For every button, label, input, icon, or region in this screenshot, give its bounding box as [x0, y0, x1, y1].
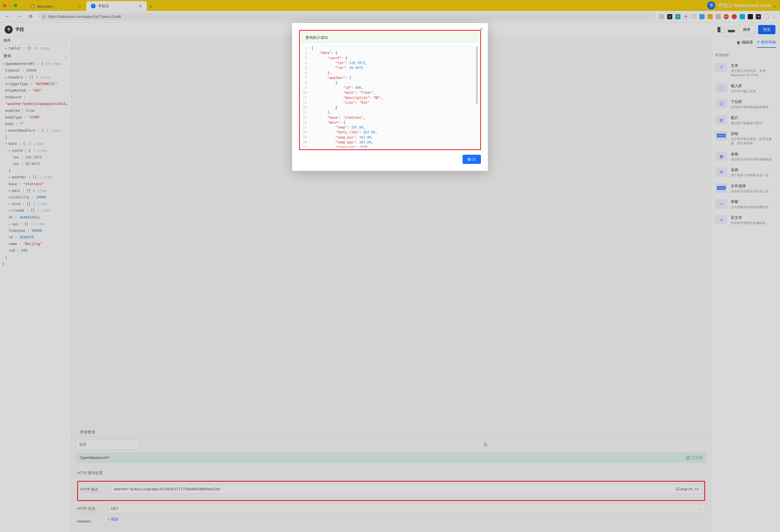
query-result-modal: ✕ 查询执行成功 1234567891011121314151617181920…	[292, 23, 488, 171]
success-banner: 查询执行成功	[302, 33, 478, 43]
json-result-view[interactable]: 123456789101112131415161718192021222324 …	[302, 44, 478, 148]
scrollbar-thumb[interactable]	[476, 46, 478, 104]
code-content: { "data": { "coord": { "lon": 116.3972, …	[309, 44, 478, 148]
modal-overlay[interactable]: ✕ 查询执行成功 1234567891011121314151617181920…	[0, 0, 780, 532]
line-gutter: 123456789101112131415161718192021222324	[302, 44, 309, 148]
confirm-button[interactable]: 确 认	[462, 155, 481, 164]
close-modal-icon[interactable]: ✕	[479, 26, 484, 33]
